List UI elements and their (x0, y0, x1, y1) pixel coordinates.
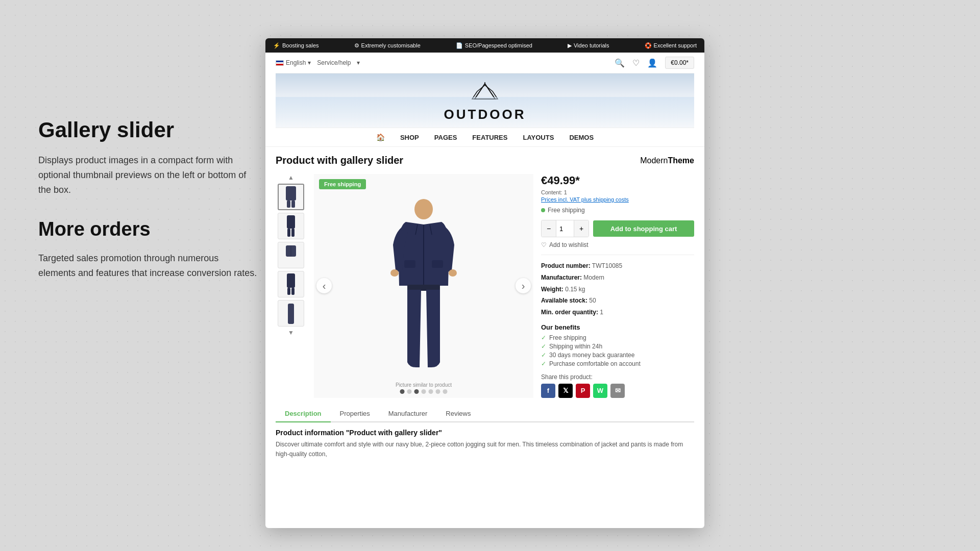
product-price: €49.99* (541, 174, 694, 187)
product-info-col: €49.99* Content: 1 Prices incl. VAT plus… (541, 174, 694, 398)
lang-selector[interactable]: English ▾ (276, 59, 311, 66)
product-tabs: Description Properties Manufacturer Revi… (276, 406, 694, 422)
header-lang: English ▾ Service/help ▾ (276, 59, 360, 66)
shop-header: English ▾ Service/help ▾ 🔍 ♡ 👤 €0.00* OU… (265, 53, 704, 147)
bolt-icon: ⚡ (273, 42, 280, 49)
benefit-2: ✓ Shipping within 24h (541, 343, 694, 350)
check-icon-4: ✓ (541, 360, 546, 367)
dot-2[interactable] (407, 389, 412, 394)
dot-5[interactable] (429, 389, 433, 394)
product-layout: ▲ ▼ Free shipping (276, 174, 694, 398)
top-bar: ⚡ Boosting sales ⚙ Extremely customisabl… (265, 38, 704, 53)
desc-more-orders: Targeted sales promotion through numerou… (38, 251, 258, 281)
topbar-item-4: ▶ Video tutorials (568, 42, 609, 49)
qty-control: − + (541, 220, 589, 237)
svg-rect-4 (287, 201, 290, 208)
service-help-link[interactable]: Service/help (317, 59, 351, 66)
account-icon[interactable]: 👤 (647, 58, 657, 68)
page-icon: 📄 (456, 42, 463, 49)
min-order-row: Min. order quantity: 1 (541, 307, 694, 318)
share-facebook-icon[interactable]: f (541, 384, 555, 398)
wishlist-icon[interactable]: ♡ (632, 58, 640, 68)
search-icon[interactable]: 🔍 (615, 58, 625, 68)
dot-6[interactable] (436, 389, 440, 394)
benefit-3: ✓ 30 days money back guarantee (541, 352, 694, 359)
chevron-down-icon: ▾ (308, 59, 311, 66)
thumbnail-col: ▲ ▼ (276, 174, 306, 398)
logo-mountain-svg (467, 81, 503, 104)
benefit-4: ✓ Purchase comfortable on account (541, 360, 694, 367)
stock-row: Available stock: 50 (541, 295, 694, 307)
svg-rect-8 (291, 229, 295, 237)
nav-features[interactable]: FEATURES (472, 134, 507, 141)
modern-theme-badge: ModernTheme (640, 156, 694, 165)
share-label: Share this product: (541, 373, 694, 381)
logo-text[interactable]: OUTDOOR (276, 107, 694, 122)
play-icon: ▶ (568, 42, 572, 49)
heart-icon: ♡ (541, 241, 547, 248)
main-image-col: Free shipping ‹ (314, 174, 533, 398)
vat-link[interactable]: Prices incl. VAT plus shipping costs (541, 196, 694, 203)
nav-layouts[interactable]: LAYOUTS (523, 134, 554, 141)
thumb-up-arrow[interactable]: ▲ (288, 174, 294, 181)
thumb-3[interactable] (278, 242, 304, 268)
heading-gallery-slider: Gallery slider (38, 117, 258, 143)
green-dot-icon (541, 208, 545, 212)
svg-point-20 (390, 269, 399, 277)
content-label: Content: 1 (541, 189, 694, 195)
svg-point-21 (449, 269, 457, 277)
next-image-arrow[interactable]: › (516, 278, 531, 293)
dot-3[interactable] (414, 389, 419, 394)
share-pinterest-icon[interactable]: P (576, 384, 590, 398)
qty-decrease-button[interactable]: − (542, 220, 556, 237)
flag-icon (276, 60, 284, 66)
dot-4[interactable] (422, 389, 426, 394)
thumb-4[interactable] (278, 271, 304, 297)
share-email-icon[interactable]: ✉ (610, 384, 625, 398)
product-number-row: Product number: TWT10085 (541, 260, 694, 272)
main-nav: 🏠 SHOP PAGES FEATURES LAYOUTS DEMOS (276, 128, 694, 146)
prev-image-arrow[interactable]: ‹ (316, 278, 332, 293)
tab-reviews[interactable]: Reviews (436, 406, 480, 422)
svg-rect-13 (291, 288, 295, 295)
manufacturer-row: Manufacturer: Modern (541, 272, 694, 284)
thumb-1[interactable] (278, 184, 304, 210)
service-chevron-icon: ▾ (357, 59, 360, 66)
share-x-icon[interactable]: 𝕏 (558, 384, 573, 398)
qty-input[interactable] (556, 220, 574, 237)
nav-demos[interactable]: DEMOS (569, 134, 594, 141)
desc-text: Discover ultimate comfort and style with… (276, 440, 694, 459)
topbar-item-5: 🛟 Excellent support (645, 42, 697, 49)
qty-cart-row: − + Add to shopping cart (541, 220, 694, 237)
svg-rect-14 (288, 304, 294, 324)
dot-1[interactable] (400, 389, 405, 394)
desc-gallery-slider: Displays product images in a compact for… (38, 153, 258, 197)
svg-point-15 (414, 199, 433, 219)
svg-rect-12 (287, 288, 290, 295)
product-image-svg (373, 194, 475, 378)
thumb-2[interactable] (278, 213, 304, 239)
thumb-5[interactable] (278, 300, 304, 327)
tab-description[interactable]: Description (276, 406, 331, 422)
wishlist-link[interactable]: ♡ Add to wishlist (541, 241, 694, 248)
heading-more-orders: More orders (38, 218, 258, 241)
tab-properties[interactable]: Properties (331, 406, 379, 422)
home-icon[interactable]: 🏠 (376, 133, 385, 141)
add-to-cart-button[interactable]: Add to shopping cart (593, 220, 694, 237)
nav-pages[interactable]: PAGES (434, 134, 457, 141)
svg-rect-7 (287, 229, 290, 237)
share-whatsapp-icon[interactable]: W (593, 384, 607, 398)
cart-button[interactable]: €0.00* (665, 57, 694, 69)
left-panel: Gallery slider Displays product images i… (38, 117, 258, 301)
topbar-item-1: ⚡ Boosting sales (273, 42, 319, 49)
image-dots (400, 389, 448, 394)
benefits-title: Our benefits (541, 323, 694, 331)
weight-row: Weight: 0.15 kg (541, 284, 694, 295)
dot-7[interactable] (443, 389, 448, 394)
header-icons: 🔍 ♡ 👤 €0.00* (615, 57, 694, 69)
check-icon-3: ✓ (541, 352, 546, 359)
qty-increase-button[interactable]: + (574, 220, 589, 237)
nav-shop[interactable]: SHOP (400, 134, 419, 141)
tab-manufacturer[interactable]: Manufacturer (379, 406, 437, 422)
thumb-down-arrow[interactable]: ▼ (288, 329, 294, 336)
